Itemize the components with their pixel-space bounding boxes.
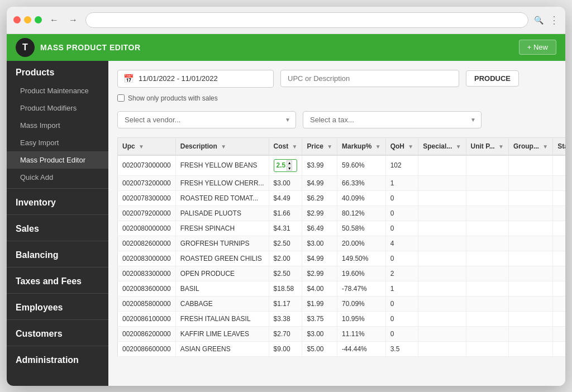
special-cell	[418, 175, 466, 190]
browser-window: ← → 🔍 ⋮ T MASS PRODUCT EDITOR + New Prod…	[7, 7, 565, 386]
cost-cell-10[interactable]: $3.38	[269, 311, 302, 326]
cost-cell-2[interactable]: $4.49	[269, 190, 302, 205]
minimize-button[interactable]	[24, 16, 31, 23]
sidebar-section-taxes[interactable]: Taxes and Fees	[7, 270, 108, 291]
price-cell[interactable]: $5.00	[302, 341, 337, 356]
upc-description-input[interactable]	[280, 70, 459, 87]
sidebar-section-sales[interactable]: Sales	[7, 217, 108, 238]
cost-cell-6[interactable]: $2.00	[269, 251, 302, 266]
sidebar-item-mass-product-editor[interactable]: Mass Product Editor	[7, 151, 108, 169]
price-cell[interactable]: $6.49	[302, 221, 337, 236]
unit-price-cell	[466, 281, 508, 296]
sidebar-section-inventory[interactable]: Inventory	[7, 191, 108, 212]
table-row: 0020086200000 KAFFIR LIME LEAVES $2.70 $…	[118, 326, 566, 341]
cost-decrement-0[interactable]: ▼	[287, 166, 292, 171]
unit-price-cell	[466, 341, 508, 356]
cost-cell-8[interactable]: $18.58	[269, 281, 302, 296]
cost-cell-11[interactable]: $2.70	[269, 326, 302, 341]
price-cell[interactable]: $3.00	[302, 326, 337, 341]
price-cell[interactable]: $3.75	[302, 311, 337, 326]
show-sales-checkbox[interactable]	[117, 94, 125, 102]
cost-cell-12[interactable]: $9.00	[269, 341, 302, 356]
app-header: T MASS PRODUCT EDITOR + New	[7, 34, 565, 61]
sidebar-section-customers[interactable]: Customers	[7, 322, 108, 343]
group-cell	[508, 205, 552, 221]
vendor-select-wrapper: Select a vendor...	[117, 111, 296, 128]
sidebar-item-product-modifiers[interactable]: Product Modifiers	[7, 99, 108, 117]
date-range-input[interactable]: 📅 11/01/2022 - 11/01/2022	[117, 70, 274, 88]
qoh-cell: 0	[385, 296, 418, 311]
cost-cell-3[interactable]: $1.66	[269, 205, 302, 221]
price-cell[interactable]: $4.99	[302, 251, 337, 266]
unit-price-cell	[466, 326, 508, 341]
cost-cell-9[interactable]: $1.17	[269, 296, 302, 311]
cost-cell-4[interactable]: $4.31	[269, 221, 302, 236]
maximize-button[interactable]	[35, 16, 42, 23]
start-cell	[553, 155, 565, 176]
desc-cell: FRESH ITALIAN BASIL	[175, 311, 269, 326]
calendar-icon: 📅	[123, 74, 134, 84]
cost-cell-5[interactable]: $2.50	[269, 236, 302, 251]
col-price[interactable]: Price ▼	[302, 137, 337, 155]
qoh-cell: 0	[385, 221, 418, 236]
vendor-select[interactable]: Select a vendor...	[117, 111, 296, 128]
desc-cell: FRESH SPINACH	[175, 221, 269, 236]
price-cell[interactable]: $2.99	[302, 205, 337, 221]
price-cell[interactable]: $4.99	[302, 175, 337, 190]
col-unit-price[interactable]: Unit P... ▼	[466, 137, 508, 155]
col-markup[interactable]: Markup% ▼	[337, 137, 386, 155]
markup-cell: -44.44%	[337, 341, 386, 356]
col-description[interactable]: Description ▼	[175, 137, 269, 155]
cost-cell-7[interactable]: $2.50	[269, 266, 302, 281]
sidebar-item-easy-import[interactable]: Easy Import	[7, 134, 108, 151]
special-cell	[418, 341, 466, 356]
app-title: MASS PRODUCT EDITOR	[40, 43, 141, 52]
col-group[interactable]: Group... ▼	[508, 137, 552, 155]
cost-cell-1[interactable]: $3.00	[269, 175, 302, 190]
sidebar-item-product-maintenance[interactable]: Product Maintenance	[7, 82, 108, 99]
sidebar-section-products[interactable]: Products	[7, 61, 108, 82]
sidebar-item-quick-add[interactable]: Quick Add	[7, 169, 108, 186]
group-cell	[508, 155, 552, 176]
price-cell[interactable]: $4.00	[302, 281, 337, 296]
start-cell	[553, 175, 565, 190]
forward-button[interactable]: →	[66, 14, 80, 26]
special-cell	[418, 251, 466, 266]
price-cell[interactable]: $3.00	[302, 236, 337, 251]
back-button[interactable]: ←	[47, 14, 61, 26]
desc-cell: CABBAGE	[175, 296, 269, 311]
sidebar-section-balancing[interactable]: Balancing	[7, 243, 108, 265]
sidebar-divider-2	[7, 214, 108, 215]
markup-cell: 80.12%	[337, 205, 386, 221]
select-row: Select a vendor... Select a tax...	[117, 111, 556, 128]
col-qoh[interactable]: QoH ▼	[385, 137, 418, 155]
unit-price-cell	[466, 311, 508, 326]
sidebar-section-administration[interactable]: Administration	[7, 348, 108, 370]
unit-price-cell	[466, 251, 508, 266]
col-cost[interactable]: Cost ▼	[269, 137, 302, 155]
new-button[interactable]: + New	[519, 40, 556, 55]
tax-select[interactable]: Select a tax...	[303, 111, 482, 128]
cost-increment-0[interactable]: ▲	[287, 160, 292, 165]
upc-cell: 0020085800000	[118, 296, 176, 311]
price-cell[interactable]: $1.99	[302, 296, 337, 311]
sidebar-item-mass-import[interactable]: Mass Import	[7, 117, 108, 134]
address-bar[interactable]	[85, 12, 528, 28]
col-upc[interactable]: Upc ▼	[118, 137, 176, 155]
desc-cell: ASIAN GREENS	[175, 341, 269, 356]
special-cell	[418, 236, 466, 251]
cost-cell-0[interactable]: 2.5 ▲ ▼	[269, 155, 302, 176]
close-button[interactable]	[13, 16, 21, 23]
sidebar-section-employees[interactable]: Employees	[7, 296, 108, 317]
desc-cell: PALISADE PLUOTS	[175, 205, 269, 221]
special-cell	[418, 221, 466, 236]
price-cell[interactable]: $3.99	[302, 155, 337, 176]
qoh-cell: 0	[385, 190, 418, 205]
col-start[interactable]: Start ... ▼	[553, 137, 565, 155]
browser-menu-icon[interactable]: ⋮	[549, 14, 559, 26]
price-cell[interactable]: $6.29	[302, 190, 337, 205]
price-cell[interactable]: $2.99	[302, 266, 337, 281]
col-special[interactable]: Special... ▼	[418, 137, 466, 155]
desc-cell: ROASTED GREEN CHILIS	[175, 251, 269, 266]
group-cell	[508, 221, 552, 236]
